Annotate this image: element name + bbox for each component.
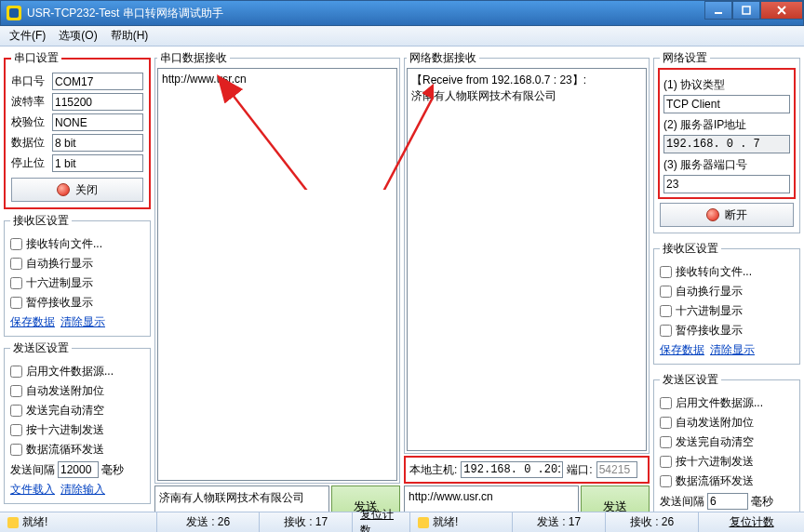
rx-autowrap-l[interactable] <box>10 258 22 270</box>
clear-display-r[interactable]: 清除显示 <box>710 342 755 358</box>
rx-settings-right: 接收区设置 接收转向文件... 自动换行显示 十六进制显示 暂停接收显示 保存数… <box>653 241 800 365</box>
statusbar: 就绪! 发送 : 26 接收 : 17 复位计数 就绪! 发送 : 17 接收 … <box>0 512 804 532</box>
save-data-r[interactable]: 保存数据 <box>660 342 704 358</box>
status-ready-l: 就绪! <box>22 514 47 530</box>
databits-label: 数据位 <box>11 135 48 151</box>
databits-select[interactable]: 8 bit <box>52 134 143 152</box>
server-ip-label: (2) 服务器IP地址 <box>663 117 790 133</box>
rx-settings-left-legend: 接收区设置 <box>10 213 72 229</box>
baud-label: 波特率 <box>11 94 48 110</box>
rx-pause-l[interactable] <box>10 297 22 309</box>
disconnect-label: 断开 <box>725 207 747 223</box>
status-recv-l: 接收 : 17 <box>259 512 352 532</box>
minimize-button[interactable] <box>704 1 732 20</box>
menu-options[interactable]: 选项(O) <box>53 26 102 46</box>
reset-count-r[interactable]: 复位计数 <box>730 514 774 530</box>
network-settings-legend: 网络设置 <box>660 50 710 66</box>
status-ready-r: 就绪! <box>433 514 458 530</box>
rx-hex-r[interactable] <box>660 305 672 317</box>
local-port-label: 端口: <box>567 462 592 478</box>
record-icon <box>706 208 719 221</box>
tx-autoclear-l[interactable] <box>10 405 22 417</box>
status-send-l: 发送 : 26 <box>156 512 259 532</box>
tx-autoclear-r[interactable] <box>660 436 672 448</box>
proto-select[interactable]: TCP Client <box>663 95 790 113</box>
interval-input-l[interactable] <box>58 461 99 478</box>
menubar: 文件(F) 选项(O) 帮助(H) <box>0 26 804 47</box>
stopbits-label: 停止位 <box>11 155 48 171</box>
port-select[interactable]: COM17 <box>52 73 143 90</box>
serial-rx-legend: 串口数据接收 <box>157 50 230 66</box>
local-host-label: 本地主机: <box>409 462 457 478</box>
port-label: 串口号 <box>11 73 48 89</box>
rx-hex-l[interactable] <box>10 277 22 289</box>
tx-loop-r[interactable] <box>660 475 672 487</box>
tx-settings-right: 发送区设置 启用文件数据源... 自动发送附加位 发送完自动清空 按十六进制发送… <box>653 372 800 532</box>
server-ip-input[interactable] <box>663 135 790 153</box>
parity-label: 校验位 <box>11 114 48 130</box>
maximize-button[interactable] <box>732 1 760 20</box>
file-load-l[interactable]: 文件载入 <box>10 482 55 498</box>
close-button[interactable] <box>760 1 803 20</box>
server-port-input[interactable] <box>663 175 790 193</box>
net-rx-area[interactable]: 【Receive from 192.168.0.7 : 23】: 济南有人物联网… <box>407 68 647 451</box>
serial-close-label: 关闭 <box>75 182 98 198</box>
tx-settings-left: 发送区设置 启用文件数据源... 自动发送附加位 发送完自动清空 按十六进制发送… <box>4 340 151 504</box>
net-rx-group: 网络数据接收 【Receive from 192.168.0.7 : 23】: … <box>404 50 650 454</box>
status-recv-r: 接收 : 26 <box>605 512 698 532</box>
tx-filesrc-l[interactable] <box>10 366 22 378</box>
server-port-label: (3) 服务器端口号 <box>663 157 790 173</box>
proto-label: (1) 协议类型 <box>663 77 790 93</box>
serial-rx-text: http://www.usr.cn <box>162 73 393 86</box>
network-settings-group: 网络设置 (1) 协议类型 TCP Client (2) 服务器IP地址 (3)… <box>653 50 800 233</box>
window-titlebar: USR-TCP232-Test 串口转网络调试助手 <box>0 0 804 26</box>
tx-settings-right-legend: 发送区设置 <box>660 372 721 388</box>
local-host-input[interactable] <box>461 461 563 478</box>
tx-hex-l[interactable] <box>10 424 22 436</box>
stopbits-select[interactable]: 1 bit <box>52 154 143 172</box>
net-rx-line2: 济南有人物联网技术有限公司 <box>411 88 642 104</box>
tx-append-r[interactable] <box>660 417 672 429</box>
serial-rx-group: 串口数据接收 http://www.usr.cn <box>154 50 400 484</box>
tx-hex-r[interactable] <box>660 456 672 468</box>
local-host-row: 本地主机: 端口: <box>404 456 650 484</box>
tx-loop-l[interactable] <box>10 444 22 456</box>
net-rx-line1: 【Receive from 192.168.0.7 : 23】: <box>411 73 642 88</box>
rx-to-file-r[interactable] <box>660 266 672 278</box>
menu-file[interactable]: 文件(F) <box>4 26 51 46</box>
serial-settings-group: 串口设置 串口号COM17 波特率115200 校验位NONE 数据位8 bit… <box>4 50 151 209</box>
serial-rx-area[interactable]: http://www.usr.cn <box>157 68 397 481</box>
baud-select[interactable]: 115200 <box>52 93 143 111</box>
disconnect-button[interactable]: 断开 <box>660 203 794 227</box>
net-rx-legend: 网络数据接收 <box>407 50 479 66</box>
status-send-r: 发送 : 17 <box>512 512 605 532</box>
rx-settings-left: 接收区设置 接收转向文件... 自动换行显示 十六进制显示 暂停接收显示 保存数… <box>4 213 151 337</box>
serial-settings-legend: 串口设置 <box>11 50 61 66</box>
tx-filesrc-r[interactable] <box>660 397 672 409</box>
menu-help[interactable]: 帮助(H) <box>105 26 154 46</box>
reset-count-l[interactable]: 复位计数 <box>360 507 402 533</box>
save-data-l[interactable]: 保存数据 <box>10 314 55 330</box>
interval-input-r[interactable] <box>707 493 748 510</box>
ready-icon <box>7 517 19 528</box>
serial-close-button[interactable]: 关闭 <box>11 178 143 202</box>
clear-display-l[interactable]: 清除显示 <box>60 314 105 330</box>
tx-settings-left-legend: 发送区设置 <box>10 340 72 356</box>
clear-input-l[interactable]: 清除输入 <box>60 482 105 498</box>
svg-rect-1 <box>743 7 750 14</box>
tx-append-l[interactable] <box>10 385 22 397</box>
parity-select[interactable]: NONE <box>52 113 143 131</box>
rx-pause-r[interactable] <box>660 325 672 337</box>
app-icon <box>7 6 21 20</box>
ready-icon <box>418 517 429 528</box>
rx-autowrap-r[interactable] <box>660 286 672 298</box>
window-title: USR-TCP232-Test 串口转网络调试助手 <box>27 6 704 21</box>
rx-to-file-l[interactable] <box>10 238 22 250</box>
rx-settings-right-legend: 接收区设置 <box>660 241 721 257</box>
record-icon <box>57 183 70 196</box>
local-port-input[interactable] <box>596 461 637 478</box>
